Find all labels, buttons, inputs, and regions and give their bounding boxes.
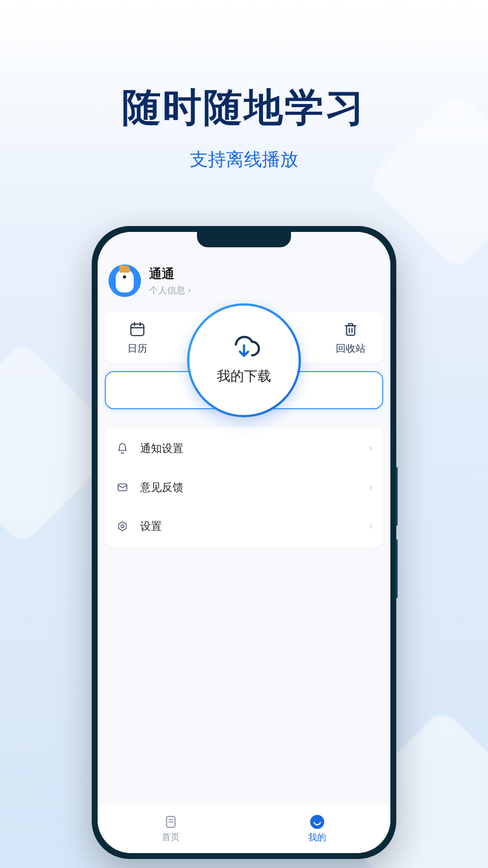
hero-subtitle: 支持离线播放 [0, 147, 488, 172]
avatar-image [116, 269, 134, 292]
svg-marker-3 [119, 522, 127, 531]
chevron-right-icon: › [369, 520, 372, 532]
nav-home[interactable]: 首页 [98, 805, 244, 853]
phone-notch [197, 232, 291, 247]
calendar-icon [127, 319, 147, 339]
avatar[interactable] [108, 264, 141, 297]
menu-label: 通知设置 [140, 441, 369, 456]
hero-title: 随时随地学习 [0, 81, 488, 134]
menu-notification-settings[interactable]: 通知设置 › [105, 429, 383, 468]
recycle-label: 回收站 [333, 342, 368, 355]
svg-rect-0 [131, 324, 144, 335]
nav-mine[interactable]: 我的 [244, 805, 390, 853]
profile-sub-label: 个人信息 [149, 284, 185, 297]
svg-point-6 [310, 815, 324, 829]
profile-sub-link[interactable]: 个人信息 › [149, 284, 191, 297]
bell-icon [116, 443, 129, 454]
mail-icon [116, 481, 129, 493]
svg-rect-1 [347, 326, 355, 335]
menu-settings[interactable]: 设置 › [105, 507, 383, 546]
nav-label: 首页 [162, 831, 180, 843]
gear-icon [116, 520, 129, 532]
phone-side-button [396, 539, 398, 598]
chevron-right-icon: › [369, 481, 372, 493]
nav-label: 我的 [308, 831, 326, 844]
chevron-right-icon: › [369, 443, 372, 454]
menu-label: 意见反馈 [140, 480, 369, 495]
settings-menu-card: 通知设置 › 意见反馈 › 设置 › [105, 427, 383, 547]
download-label: 我的下载 [217, 367, 271, 386]
menu-feedback[interactable]: 意见反馈 › [105, 468, 383, 507]
calendar-button[interactable]: 日历 [120, 319, 155, 355]
cloud-download-icon [227, 335, 261, 361]
smile-icon [310, 814, 325, 830]
document-icon [164, 815, 178, 829]
menu-label: 设置 [140, 519, 369, 533]
profile-name: 通通 [149, 265, 191, 283]
profile-row[interactable]: 通通 个人信息 › [108, 264, 191, 297]
phone-frame: 通通 个人信息 › 日历 回收站 [92, 226, 396, 859]
trash-icon [341, 319, 361, 339]
calendar-label: 日历 [120, 342, 155, 355]
chevron-right-icon: › [188, 286, 191, 295]
phone-screen: 通通 个人信息 › 日历 回收站 [98, 232, 390, 853]
bottom-nav: 首页 我的 [98, 804, 390, 853]
recycle-button[interactable]: 回收站 [333, 319, 368, 355]
phone-side-button [396, 467, 398, 526]
svg-point-4 [121, 525, 124, 528]
download-bubble[interactable]: 我的下载 [187, 303, 301, 417]
